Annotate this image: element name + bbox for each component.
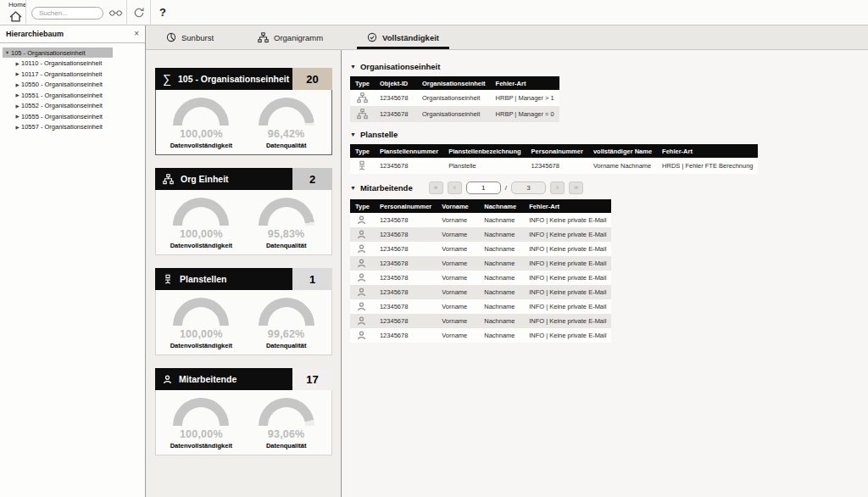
card-count-badge: 20 (292, 68, 332, 90)
first-page-button[interactable]: « (429, 181, 443, 194)
gauge-arc (173, 98, 229, 126)
first-page-icon: « (434, 184, 438, 192)
summary-card[interactable]: ∑105 - Organisationseinheit20100,00%Date… (155, 68, 332, 155)
last-page-icon: » (574, 184, 578, 192)
table-row[interactable]: 12345678VornameNachnameINFO | Keine priv… (350, 285, 611, 299)
table-row[interactable]: 12345678VornameNachnameINFO | Keine priv… (350, 213, 611, 227)
search-input[interactable] (31, 7, 103, 20)
table-cell: 12345678 (375, 271, 437, 285)
tab-sunburst[interactable]: Sunburst (156, 25, 224, 49)
section-title[interactable]: ▼Organisationseinheit (350, 62, 440, 71)
column-header: Fehler-Art (524, 199, 611, 213)
table-row[interactable]: 12345678Planstelle12345678Vorname Nachna… (350, 158, 758, 174)
table-row[interactable]: 12345678OrganisationseinheitHRBP | Manag… (350, 90, 559, 106)
last-page-button[interactable]: » (569, 181, 583, 194)
card-header: ∑105 - Organisationseinheit20 (155, 68, 332, 90)
hierarchy-panel-title: Hierarchiebaum (6, 30, 64, 38)
table-cell: HRBP | Manager > 1 (491, 90, 559, 106)
table-cell: INFO | Keine private E-Mail (524, 285, 611, 299)
tree-item[interactable]: ▶10552 - Organisationseinheit (0, 101, 145, 111)
tree-item[interactable]: ▼105 - Organisationseinheit (0, 47, 145, 58)
next-page-button[interactable]: › (550, 181, 565, 194)
column-header: Personalnummer (526, 144, 588, 158)
help-button[interactable]: ? (156, 4, 170, 20)
table-cell: Vorname (437, 314, 479, 328)
card-title-bar: Org Einheit (155, 168, 292, 190)
table-cell: Nachname (479, 227, 524, 242)
summary-card[interactable]: Org Einheit2100,00%Datenvollständigkeit9… (155, 168, 332, 255)
gauge: 100,00%Datenvollständigkeit (161, 298, 241, 355)
gauge-value: 100,00% (161, 228, 241, 240)
tree-item[interactable]: ▶10110 - Organisationseinheit (0, 59, 145, 69)
caret-down-icon: ▼ (3, 50, 11, 55)
column-header: vollständiger Name (588, 144, 657, 158)
section-title[interactable]: ▼Planstelle (350, 130, 398, 139)
summary-card[interactable]: Planstellen1100,00%Datenvollständigkeit9… (155, 268, 332, 355)
toolbar-divider (150, 0, 151, 25)
pos-table: TypePlanstellennummerPlanstellenbezeichn… (350, 144, 758, 174)
caret-down-icon: ▼ (350, 185, 356, 191)
tree-item-label: 10110 - Organisationseinheit (21, 59, 102, 67)
prev-page-button[interactable]: ‹ (448, 181, 462, 194)
page-number-input[interactable] (466, 181, 501, 194)
sigma-icon: ∑ (163, 73, 171, 85)
tree-item[interactable]: ▶10117 - Organisationseinheit (0, 69, 145, 79)
card-gauges: 100,00%Datenvollständigkeit93,06%Datenqu… (155, 390, 332, 455)
hierarchy-panel: Hierarchiebaum × ▼105 - Organisationsein… (0, 25, 146, 497)
table-cell: 12345678 (526, 158, 588, 174)
table-row[interactable]: 12345678VornameNachnameINFO | Keine priv… (350, 271, 611, 285)
column-header: Organisationseinheit (417, 76, 491, 90)
table-row[interactable]: 12345678OrganisationseinheitHRBP | Manag… (350, 106, 559, 122)
gauge: 93,06%Datenqualität (247, 398, 326, 455)
section-title-label: Planstelle (360, 130, 398, 139)
gauge-arc (173, 398, 229, 426)
next-page-icon: › (556, 184, 559, 192)
summary-card[interactable]: Mitarbeitende17100,00%Datenvollständigke… (155, 368, 332, 455)
table-row[interactable]: 12345678VornameNachnameINFO | Keine priv… (350, 299, 611, 314)
table-row[interactable]: 12345678VornameNachnameINFO | Keine priv… (350, 256, 611, 271)
table-row[interactable]: 12345678VornameNachnameINFO | Keine priv… (350, 242, 611, 256)
tree-item[interactable]: ▶10551 - Organisationseinheit (0, 90, 145, 100)
table-cell: Vorname (437, 242, 479, 256)
card-count-badge: 17 (292, 368, 332, 390)
row-type-cell (350, 90, 375, 106)
table-row[interactable]: 12345678VornameNachnameINFO | Keine priv… (350, 328, 611, 343)
summary-cards-pane: ∑105 - Organisationseinheit20100,00%Date… (146, 50, 342, 497)
prev-page-icon: ‹ (453, 184, 456, 192)
gauge: 96,42%Datenqualität (247, 98, 326, 154)
table-cell: 12345678 (375, 106, 417, 122)
tab-organigramm[interactable]: Organigramm (248, 25, 333, 49)
section-title-row: ▼Mitarbeitende«‹/3›» (350, 181, 868, 194)
tree-item[interactable]: ▶10557 - Organisationseinheit (0, 122, 145, 132)
gauge-arc (259, 98, 314, 126)
section-title[interactable]: ▼Mitarbeitende (350, 183, 413, 193)
table-cell: HRBP | Manager = 0 (491, 106, 559, 122)
table-cell: 12345678 (375, 285, 437, 299)
tree-item[interactable]: ▶10555 - Organisationseinheit (0, 111, 145, 121)
section-title-label: Organisationseinheit (360, 62, 441, 71)
person-icon (355, 230, 370, 239)
gauge-label: Datenqualität (247, 442, 326, 450)
table-cell: Vorname (437, 271, 479, 285)
home-button[interactable] (7, 8, 24, 24)
tree-item-row: ▶10110 - Organisationseinheit (13, 59, 113, 69)
table-cell: 12345678 (375, 213, 437, 227)
tab-vollst-ndigkeit[interactable]: Vollständigkeit (357, 25, 449, 49)
table-cell: INFO | Keine private E-Mail (524, 256, 611, 271)
gauge: 95,83%Datenqualität (247, 198, 326, 254)
card-count-badge: 2 (292, 168, 332, 190)
refresh-button[interactable] (132, 7, 146, 19)
table-row[interactable]: 12345678VornameNachnameINFO | Keine priv… (350, 314, 611, 328)
close-icon[interactable]: × (134, 30, 139, 38)
tree-item-label: 10117 - Organisationseinheit (21, 70, 102, 78)
table-cell: 12345678 (375, 227, 437, 242)
row-type-cell (350, 242, 375, 256)
tree-item-label: 10550 - Organisationseinheit (21, 81, 103, 88)
lookup-button[interactable] (108, 8, 123, 18)
person-icon (355, 288, 370, 297)
table-row[interactable]: 12345678VornameNachnameINFO | Keine priv… (350, 227, 611, 242)
emp-table: TypePersonalnummerVornameNachnameFehler-… (350, 199, 611, 343)
tree-item-label: 105 - Organisationseinheit (11, 49, 86, 57)
table-cell: INFO | Keine private E-Mail (524, 314, 611, 328)
tree-item[interactable]: ▶10550 - Organisationseinheit (0, 80, 145, 90)
